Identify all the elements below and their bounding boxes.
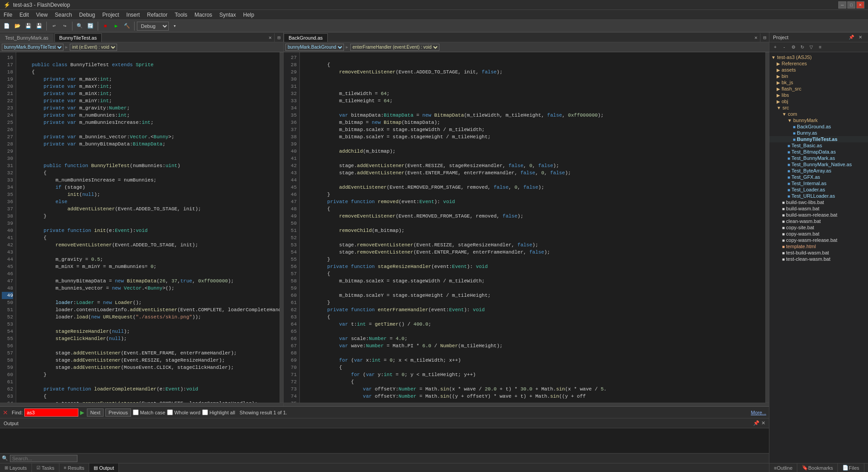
tree-item-copywasm[interactable]: ■ copy-wasm.bat (769, 231, 868, 237)
highlight-all-check[interactable]: Highlight all (202, 409, 235, 415)
tree-item-root[interactable]: ▼ test-as3 (ASJS) (769, 54, 868, 60)
tree-item-bunny-as[interactable]: ■ Bunny.as (769, 130, 868, 136)
project-pin-button[interactable]: 📌 (847, 34, 855, 41)
replace-button[interactable]: 🔄 (86, 21, 95, 31)
right-method-select[interactable]: enterFrameHandler (event:Event) : void (350, 44, 439, 51)
tree-item-testbytearray[interactable]: ■ Test_ByteArray.as (769, 168, 868, 174)
menu-file[interactable]: File (0, 11, 16, 19)
tree-item-testurlloader[interactable]: ■ Test_URLLoader.as (769, 193, 868, 199)
run-button[interactable]: ▶ (111, 21, 121, 31)
tab-bunny-tile-test[interactable]: BunnyTileTest.as (54, 33, 102, 42)
panel-tab-outline[interactable]: ≡ Outline (769, 463, 797, 472)
tree-item-flashsrc[interactable]: ▶ flash_src (769, 86, 868, 92)
output-close-button[interactable]: ✕ (761, 420, 765, 426)
tree-item-testbuildwasm[interactable]: ■ test-build-wasm.bat (769, 250, 868, 256)
tree-item-assets[interactable]: ▶ assets (769, 67, 868, 73)
left-scrollbar-h[interactable] (0, 403, 283, 406)
tree-item-copywasmrelease[interactable]: ■ copy-wasm-release.bat (769, 237, 868, 243)
menu-help[interactable]: Help (240, 11, 258, 19)
maximize-button[interactable]: □ (847, 1, 855, 9)
close-left-editor[interactable]: ✕ (266, 33, 275, 42)
menu-search[interactable]: Search (51, 11, 76, 19)
tab-background[interactable]: BackGround.as (284, 33, 328, 42)
tree-item-obj[interactable]: ▶ obj (769, 98, 868, 104)
menu-macros[interactable]: Macros (191, 11, 216, 19)
highlight-all-checkbox[interactable] (202, 409, 208, 415)
new-button[interactable]: 📄 (2, 21, 12, 31)
left-scrollbar-v[interactable] (280, 52, 283, 403)
undo-button[interactable]: ↩ (49, 21, 59, 31)
menu-edit[interactable]: Edit (16, 11, 32, 19)
whole-word-checkbox[interactable] (167, 409, 173, 415)
tree-item-testbunnynative[interactable]: ■ Test_BunnyMark_Native.as (769, 161, 868, 168)
left-method-select[interactable]: init (e:Event) : void (70, 44, 117, 51)
bottom-tab-output[interactable]: ▤ Output (89, 463, 119, 472)
redo-button[interactable]: ↪ (60, 21, 70, 31)
project-filter-button[interactable]: ▽ (807, 44, 815, 51)
tree-item-buildswclibs[interactable]: ■ build-swc-libs.bat (769, 199, 868, 205)
menu-syntax[interactable]: Syntax (216, 11, 240, 19)
config-dropdown-arrow[interactable]: ▾ (170, 21, 180, 31)
tree-item-com[interactable]: ▼ com (769, 111, 868, 117)
match-case-check[interactable]: Match case (133, 409, 165, 415)
tree-item-libs[interactable]: ▶ libs (769, 92, 868, 98)
left-file-select[interactable]: bunnyMark.BunnyTileTest (2, 44, 63, 51)
project-close-button[interactable]: ✕ (856, 34, 864, 41)
right-file-select[interactable]: bunnyMark.BackGround (285, 44, 344, 51)
tree-item-copysite[interactable]: ■ copy-site.bat (769, 224, 868, 231)
build-config-dropdown[interactable]: Debug Release (137, 22, 169, 31)
tree-item-bunnytiletest-as[interactable]: ■ BunnyTileTest.as (769, 136, 868, 142)
tree-item-bkjs[interactable]: ▶ bk_js (769, 79, 868, 86)
project-properties-button[interactable]: ⚙ (789, 44, 797, 51)
menu-insert[interactable]: Insert (123, 11, 144, 19)
split-editor[interactable]: ⊟ (274, 33, 283, 42)
left-code-content[interactable]: public class BunnyTileTest extends Sprit… (16, 52, 280, 403)
right-code-content[interactable]: { removeEventListener(Event.ADDED_TO_STA… (300, 52, 765, 403)
tree-item-testloader[interactable]: ■ Test_Loader.as (769, 186, 868, 193)
tree-item-background-as[interactable]: ■ BackGround.as (769, 123, 868, 130)
build-button[interactable]: 🔨 (122, 21, 132, 31)
tree-item-cleanwasm[interactable]: ■ clean-wasm.bat (769, 218, 868, 224)
whole-word-check[interactable]: Whole word (167, 409, 200, 415)
stop-button[interactable]: ■ (100, 21, 110, 31)
open-button[interactable]: 📂 (13, 21, 23, 31)
tree-item-bunnymark[interactable]: ▼ bunnyMark (769, 117, 868, 123)
menu-debug[interactable]: Debug (76, 11, 99, 19)
tab-test-bunnymark[interactable]: Test_BunnyMark.as (0, 33, 54, 42)
panel-tab-files[interactable]: 📄 Files (838, 463, 864, 472)
previous-button[interactable]: Previous (105, 408, 131, 417)
right-scrollbar-v[interactable] (765, 52, 769, 403)
find-more-button[interactable]: More... (751, 410, 766, 415)
close-right-editor[interactable]: ✕ (752, 33, 760, 42)
tree-item-testbasic[interactable]: ■ Test_Basic.as (769, 142, 868, 149)
panel-tab-project[interactable]: 📁 Project (864, 463, 868, 472)
right-scrollbar-h[interactable] (284, 403, 769, 406)
tree-item-bin[interactable]: ▶ bin (769, 73, 868, 79)
panel-tab-bookmarks[interactable]: 🔖 Bookmarks (797, 463, 838, 472)
tree-item-testbitmapdata[interactable]: ■ Test_BitmapData.as (769, 149, 868, 155)
tree-item-src[interactable]: ▼ src (769, 104, 868, 111)
find-input[interactable] (24, 408, 78, 417)
bottom-tab-layouts[interactable]: ⊞ Layouts (0, 463, 32, 472)
tree-item-testgfx[interactable]: ■ Test_GFX.as (769, 174, 868, 180)
output-pin-button[interactable]: 📌 (753, 420, 760, 426)
project-add-button[interactable]: + (771, 44, 779, 51)
tree-item-testcleanwasm[interactable]: ■ test-clean-wasm.bat (769, 256, 868, 262)
menu-refactor[interactable]: Refactor (144, 11, 171, 19)
menu-view[interactable]: View (32, 11, 51, 19)
next-button[interactable]: Next (87, 408, 104, 417)
match-case-checkbox[interactable] (133, 409, 139, 415)
split-right[interactable]: ⊟ (760, 33, 769, 42)
project-settings-button[interactable]: ≡ (816, 44, 824, 51)
tree-item-buildwasm[interactable]: ■ build-wasm.bat (769, 205, 868, 212)
tree-item-testbunnymark[interactable]: ■ Test_BunnyMark.as (769, 155, 868, 161)
tree-item-testinternal[interactable]: ■ Test_Internal.as (769, 180, 868, 186)
project-remove-button[interactable]: - (780, 44, 788, 51)
tree-item-templatehtml[interactable]: ■ template.html (769, 243, 868, 250)
tree-item-buildwasmrelease[interactable]: ■ build-wasm-release.bat (769, 212, 868, 218)
output-search-input[interactable] (10, 455, 77, 462)
project-refresh-button[interactable]: ↻ (798, 44, 806, 51)
find-button[interactable]: 🔍 (75, 21, 85, 31)
save-all-button[interactable]: 💾 (34, 21, 44, 31)
minimize-button[interactable]: ─ (838, 1, 846, 9)
